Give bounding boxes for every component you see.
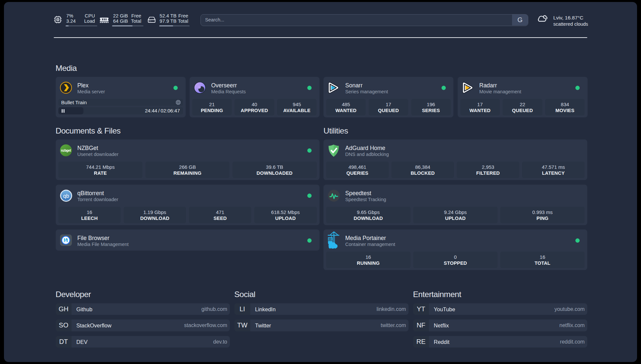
svg-text:qb: qb <box>63 193 69 199</box>
svg-text:nzbget: nzbget <box>61 149 71 152</box>
